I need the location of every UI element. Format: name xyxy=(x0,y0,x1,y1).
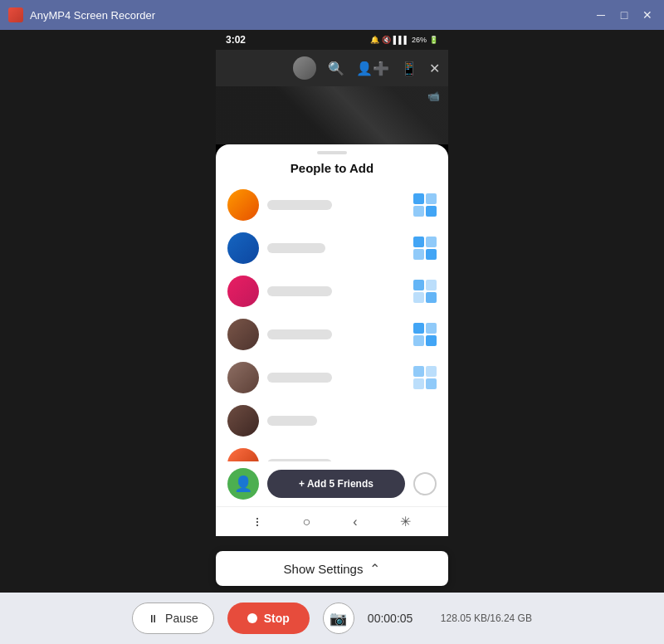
window-controls: ─ □ ✕ xyxy=(593,7,656,23)
phone-status-bar: 3:02 🔔 🔇 ▌▌▌ 26% 🔋 xyxy=(216,30,448,50)
chevron-up-icon: ⌃ xyxy=(369,561,380,577)
nav-home-icon[interactable]: ○ xyxy=(303,515,311,529)
stop-circle-icon xyxy=(247,613,257,623)
stop-button[interactable]: Stop xyxy=(227,603,310,634)
person-name xyxy=(267,200,332,210)
person-name xyxy=(267,373,332,383)
close-small-icon[interactable]: ✕ xyxy=(429,61,440,76)
signal-bars: ▌▌▌ xyxy=(393,36,409,44)
list-item xyxy=(216,227,448,270)
add-person-icon[interactable]: 👤➕ xyxy=(356,61,389,76)
show-settings-button[interactable]: Show Settings ⌃ xyxy=(216,551,448,586)
video-background: 📹 xyxy=(216,86,448,144)
sheet-title: People to Add xyxy=(216,158,448,183)
title-bar: AnyMP4 Screen Recorder ─ □ ✕ xyxy=(0,0,664,30)
pause-icon: ⏸ xyxy=(148,612,159,625)
notification-icon: 🔔 xyxy=(370,36,379,44)
bottom-bar: Show Settings ⌃ ⏸ Pause Stop 📷 00:00:05 … xyxy=(0,536,664,644)
avatar xyxy=(227,276,259,307)
person-name xyxy=(267,243,325,253)
nav-apps-icon[interactable]: ✳ xyxy=(400,514,411,529)
search-icon[interactable]: 🔍 xyxy=(328,61,344,76)
video-blur xyxy=(216,86,448,144)
add-friends-row: 👤 + Add 5 Friends xyxy=(216,461,448,506)
camera-icon: 📷 xyxy=(330,610,347,627)
add-button[interactable] xyxy=(413,280,437,303)
list-item xyxy=(216,442,448,461)
avatar xyxy=(227,232,259,264)
nav-back-icon[interactable]: ‹ xyxy=(353,515,357,529)
phone-top-bar: 🔍 👤➕ 📱 ✕ xyxy=(216,50,448,86)
title-bar-left: AnyMP4 Screen Recorder xyxy=(8,7,155,22)
list-item xyxy=(216,270,448,313)
timer-display: 00:00:05 xyxy=(368,612,427,625)
volume-icon: 🔇 xyxy=(382,36,391,44)
drag-handle xyxy=(317,151,347,154)
phone-screen: 3:02 🔔 🔇 ▌▌▌ 26% 🔋 🔍 👤➕ 📱 ✕ 📹 xyxy=(216,30,448,536)
add-button[interactable] xyxy=(413,193,437,217)
avatar xyxy=(227,448,259,461)
battery-level: 26% xyxy=(412,36,427,44)
avatar xyxy=(227,362,259,393)
controls-row: ⏸ Pause Stop 📷 00:00:05 128.05 KB/16.24 … xyxy=(0,593,664,644)
add-button[interactable] xyxy=(413,366,437,389)
add-button[interactable] xyxy=(413,323,437,346)
status-time: 3:02 xyxy=(226,34,246,46)
minimize-button[interactable]: ─ xyxy=(593,7,609,23)
close-button[interactable]: ✕ xyxy=(639,7,656,23)
add-button[interactable] xyxy=(413,237,437,260)
add-friends-button[interactable]: + Add 5 Friends xyxy=(267,470,405,498)
person-name xyxy=(267,329,332,339)
pause-button[interactable]: ⏸ Pause xyxy=(132,603,214,634)
screenshot-button[interactable]: 📷 xyxy=(323,603,354,634)
filesize-display: 128.05 KB/16.24 GB xyxy=(441,612,532,624)
list-item xyxy=(216,313,448,356)
circle-select-button[interactable] xyxy=(413,472,437,495)
list-item xyxy=(216,399,448,442)
avatar xyxy=(227,189,259,221)
avatar xyxy=(227,319,259,350)
battery-icon: 🔋 xyxy=(429,36,438,44)
show-settings-label: Show Settings xyxy=(284,562,364,576)
person-name xyxy=(267,286,332,296)
stop-label: Stop xyxy=(264,612,290,625)
people-list xyxy=(216,183,448,461)
list-item xyxy=(216,356,448,399)
caller-avatar xyxy=(293,56,316,80)
phone-nav-bar: ⫶ ○ ‹ ✳ xyxy=(216,506,448,536)
status-icons: 🔔 🔇 ▌▌▌ 26% 🔋 xyxy=(370,36,438,44)
person-name xyxy=(267,416,317,426)
avatar xyxy=(227,405,259,437)
app-icon xyxy=(8,7,23,22)
video-icon: 📹 xyxy=(427,90,440,102)
phone-options-icon[interactable]: 📱 xyxy=(401,61,417,76)
pause-label: Pause xyxy=(165,612,198,625)
main-area: 3:02 🔔 🔇 ▌▌▌ 26% 🔋 🔍 👤➕ 📱 ✕ 📹 xyxy=(0,30,664,644)
people-sheet: People to Add xyxy=(216,144,448,506)
app-title: AnyMP4 Screen Recorder xyxy=(30,9,155,22)
nav-menu-icon[interactable]: ⫶ xyxy=(254,515,261,529)
list-item xyxy=(216,183,448,227)
maximize-button[interactable]: □ xyxy=(616,7,632,23)
green-avatar-icon: 👤 xyxy=(227,468,259,500)
sheet-handle xyxy=(216,144,448,158)
